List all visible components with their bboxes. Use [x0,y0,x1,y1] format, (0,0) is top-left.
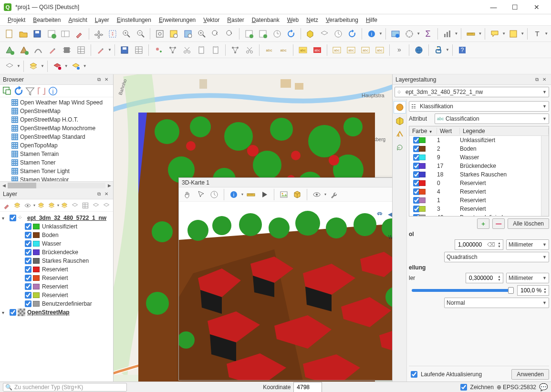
collapse-icon[interactable] [60,200,70,211]
processing-icon[interactable] [60,43,73,57]
class-visibility-check[interactable] [25,249,31,256]
tree-caret-icon[interactable]: ▾ [2,310,8,315]
zoom-layer-icon[interactable] [181,27,194,41]
layer-visibility-check[interactable] [10,215,16,221]
field-calc-icon[interactable] [132,43,146,57]
label-change-icon[interactable]: abc [359,43,372,57]
layer-class-item[interactable]: Unklassifiziert [1,222,112,231]
diagram-icon[interactable]: abc [277,43,290,57]
browser-hscroll[interactable]: ◀▶ [0,181,113,189]
label-rotate-icon[interactable]: abc [344,43,358,57]
clear-icon[interactable]: ⌫ [487,241,495,248]
ls-renderer-combo[interactable]: ☷ Klassifikation ▼ [409,101,549,112]
ls-tab-history[interactable] [394,141,406,154]
layer-visibility-check[interactable] [10,309,16,316]
map-canvas[interactable]: Hauptstra Diekberg enweg Bahnho [114,74,392,382]
layer-style-icon[interactable] [2,200,11,211]
menu-datenbank[interactable]: Datenbank [248,16,283,24]
class-row[interactable]: 3Reserviert [409,205,541,213]
new-layout-icon[interactable] [45,27,58,41]
layer-class-item[interactable]: Reserviert [1,282,112,291]
new-mapview-icon[interactable] [242,27,255,41]
layer-close-icon[interactable]: ✕ [103,190,110,198]
snap-all-icon[interactable] [27,60,40,73]
class-row[interactable]: 0Reserviert [409,179,541,187]
color-swatch[interactable] [419,155,426,160]
new-virtual-icon[interactable] [31,43,45,57]
browser-item[interactable]: Stamen Terrain [0,150,113,158]
locator-search[interactable]: 🔍 Zu suchender Typ (Strg+K) [3,383,127,392]
menu-erweiterungen[interactable]: Erweiterungen [155,16,199,24]
browser-item[interactable]: Open Weather Map Wind Speed [0,98,113,107]
layer-tb-extra-0[interactable] [81,200,90,211]
class-visibility-check[interactable] [25,232,31,238]
label-show-icon[interactable]: abc [373,43,386,57]
ls-undock-icon[interactable]: ⧉ [533,76,541,83]
refresh2-icon[interactable] [346,27,359,41]
v3d-pan-icon[interactable] [182,189,193,200]
browser-item[interactable]: Stamen Watercolor [0,175,113,181]
coord-field[interactable] [293,382,322,392]
filter-legend-icon[interactable] [36,200,46,211]
label-move-icon[interactable]: abc [330,43,343,57]
layer-class-item[interactable]: Reserviert [1,265,112,274]
class-row[interactable]: 2Boden [409,144,541,153]
color-swatch[interactable] [419,137,426,143]
scale-spin[interactable]: ▲▼ [466,273,503,283]
class-row[interactable]: 4Reserviert [409,187,541,196]
layer-class-item[interactable]: Starkes Rauschen [1,257,112,265]
current-edits-icon[interactable] [94,43,107,57]
v3d-export-icon[interactable] [291,189,303,200]
label-pin-icon[interactable]: abc [311,43,324,57]
browser-properties-icon[interactable]: i [48,86,58,96]
spatial-bookmark-icon[interactable] [318,27,331,41]
split-icon[interactable] [243,43,256,57]
style-manager-icon[interactable] [73,27,86,41]
new-3d-icon[interactable] [304,27,317,41]
ls-tab-transform[interactable] [394,128,406,140]
nav-redo-icon[interactable]: ↷ [375,210,384,219]
snap-avoid-icon[interactable] [51,60,64,73]
browser-filter-icon[interactable] [25,86,35,96]
browser-list[interactable]: Open Weather Map Wind SpeedOpenStreetMap… [0,97,113,181]
zoom-full-icon[interactable] [153,27,166,41]
close-button[interactable]: ✕ [526,0,547,14]
identify-icon[interactable]: i [365,27,378,41]
layer-class-item[interactable]: Benutzerdefinierbar [1,299,112,308]
minimize-button[interactable]: — [483,0,504,14]
new-project-icon[interactable] [3,27,16,41]
browser-close-icon[interactable]: ✕ [103,76,110,83]
statistics-icon[interactable]: Σ [421,27,434,41]
menu-verarbeitung[interactable]: Verarbeitung [322,16,362,24]
new-scratch-icon[interactable] [17,43,31,57]
v3d-view-icon[interactable] [311,189,322,200]
class-visibility-check[interactable] [25,275,31,281]
browser-add-icon[interactable] [2,86,12,96]
v3d-play-icon[interactable] [259,189,270,200]
v3d-snapshot-icon[interactable] [278,189,290,200]
label-highlight-icon[interactable]: abc [296,43,310,57]
pan-icon[interactable] [92,27,105,41]
save-edits-icon[interactable] [118,43,131,57]
menu-einstellungen[interactable]: Einstellungen [113,16,155,24]
menu-web[interactable]: Web [283,16,302,24]
menu-bearbeiten[interactable]: Bearbeiten [29,16,64,24]
blend-combo[interactable]: Normal▼ [444,298,549,308]
class-visibility-check[interactable] [25,300,31,307]
color-swatch[interactable] [419,172,426,177]
class-add-button[interactable]: ＋ [477,218,489,229]
opacity-slider[interactable] [412,289,511,292]
view3d-window[interactable]: 3D-Karte 1 i▾▾ [178,177,392,381]
size-input[interactable] [457,241,486,248]
layer-tb-extra-1[interactable] [91,200,101,211]
browser-undock-icon[interactable]: ⧉ [95,76,103,83]
v3d-measure-icon[interactable] [245,189,257,200]
size-spin[interactable]: ⌫▲▼ [455,239,503,250]
browser-collapse-icon[interactable] [36,86,47,96]
class-visibility-check[interactable] [25,283,31,290]
menu-projekt[interactable]: Projekt [4,16,29,24]
color-swatch[interactable] [419,163,426,169]
add-group-icon[interactable] [12,200,22,211]
class-row[interactable]: 17Brückendecke [409,162,541,170]
browser-refresh-icon[interactable] [13,86,24,96]
